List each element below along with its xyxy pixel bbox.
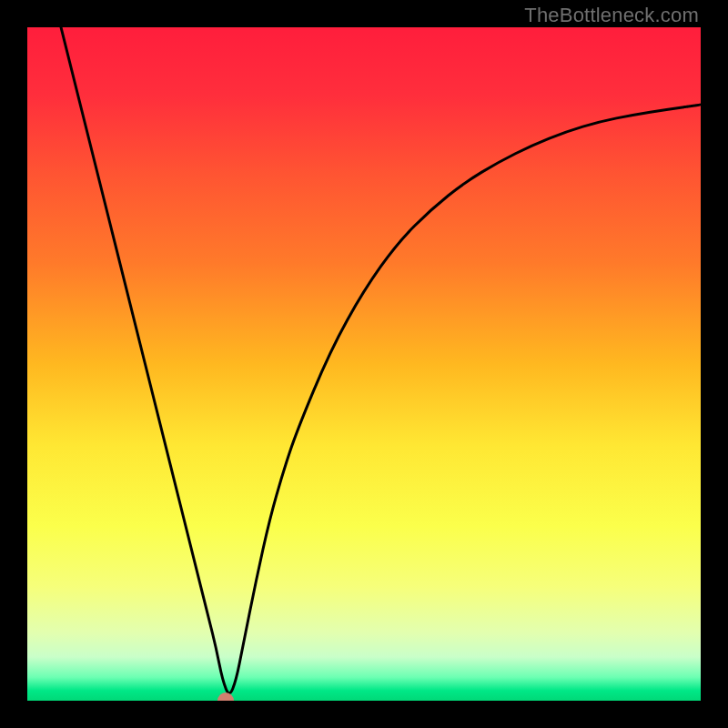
bottleneck-curve [61, 27, 701, 693]
plot-area [27, 27, 701, 701]
chart-frame: TheBottleneck.com [0, 0, 728, 728]
curve-layer [27, 27, 701, 701]
watermark-label: TheBottleneck.com [524, 4, 699, 27]
